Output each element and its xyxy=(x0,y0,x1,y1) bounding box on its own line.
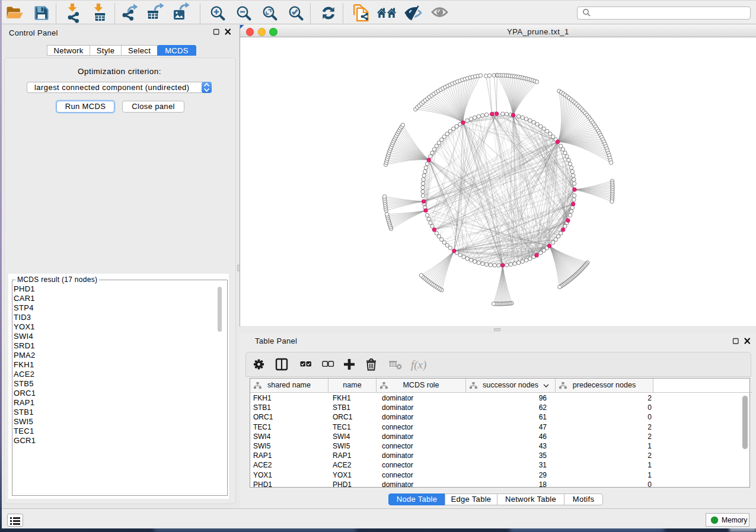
svg-text:f(x): f(x) xyxy=(411,358,426,371)
